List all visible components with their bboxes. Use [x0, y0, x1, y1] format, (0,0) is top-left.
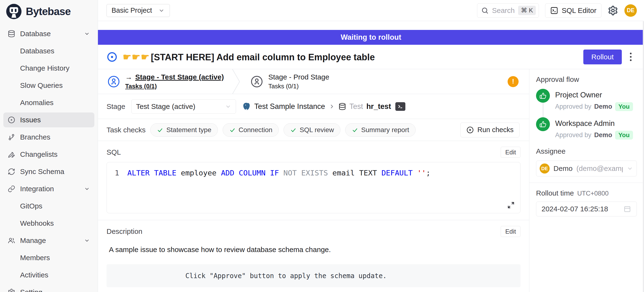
circle-dot-icon [8, 116, 20, 124]
approval-status-text: Approved by [555, 131, 592, 139]
assignee-avatar: DE [540, 164, 550, 174]
sidebar-item-issues[interactable]: Issues [3, 112, 94, 127]
sidebar-item-label: Integration [20, 185, 84, 193]
check-pill-connection[interactable]: Connection [223, 123, 279, 137]
terminal-icon [550, 7, 558, 15]
rollout-time-input[interactable]: 2024-02-07 16:25:18 [536, 202, 637, 216]
sidebar-item-label: Manage [20, 236, 84, 245]
rollout-timezone: UTC+0800 [577, 190, 608, 197]
check-icon [352, 127, 358, 133]
sql-token: ; [426, 168, 431, 178]
project-selector[interactable]: Basic Project [106, 4, 170, 17]
chevron-down-icon [225, 103, 232, 110]
run-checks-button[interactable]: Run checks [460, 122, 520, 137]
description-text: A sample issue to showcase how to review… [109, 246, 520, 254]
gear-icon [608, 5, 618, 16]
sql-editor-button[interactable]: SQL Editor [545, 3, 602, 18]
chevron-down-icon [84, 237, 90, 244]
sidebar-item-slow-queries[interactable]: Slow Queries [3, 78, 94, 93]
more-options-button[interactable] [627, 50, 634, 63]
terminal-icon [397, 103, 404, 110]
stage-picker-label: Stage [106, 102, 125, 111]
issue-title: ☛☛☛[START HERE] Add email column to Empl… [123, 51, 375, 62]
sidebar-item-label: Webhooks [20, 219, 90, 227]
sidebar-item-database[interactable]: Database [3, 26, 94, 41]
approval-flow-heading: Approval flow [536, 75, 637, 84]
stage-test[interactable]: → Stage - Test Stage (active) Tasks (0/1… [98, 69, 231, 94]
sidebar-item-sync-schema[interactable]: Sync Schema [3, 164, 94, 179]
sidebar-nav: Database Databases Change History Slow Q… [0, 23, 98, 292]
description-edit-button[interactable]: Edit [501, 226, 520, 237]
sidebar-item-setting[interactable]: Setting [3, 285, 94, 292]
sql-section: SQL Edit 1 ALTER TABLE employee ADD COLU… [98, 141, 529, 220]
users-icon [8, 237, 20, 244]
stage-picker-row: Stage Test Stage (active) Test Sample In… [98, 94, 529, 119]
stage-name[interactable]: Stage - Test Stage (active) [135, 73, 224, 81]
sql-editor-label: SQL Editor [562, 7, 596, 15]
attention-badge: ! [508, 76, 518, 87]
sidebar-item-branches[interactable]: Branches [3, 130, 94, 144]
approver-name: Demo [594, 131, 612, 139]
sidebar-item-change-history[interactable]: Change History [3, 61, 94, 76]
task-checks-row: Task checks Statement type Connection SQ… [98, 119, 529, 141]
gear-icon [8, 288, 20, 292]
stage-prod[interactable]: Stage - Prod Stage Tasks (0/1) [241, 69, 336, 94]
check-pill-sql-review[interactable]: SQL review [284, 123, 340, 137]
project-selector-value: Basic Project [112, 7, 152, 14]
sql-heading: SQL [106, 148, 121, 156]
topbar: Basic Project Search ⌘ K SQL Editor DE [98, 0, 644, 21]
stage-tasks[interactable]: Tasks (0/1) [125, 83, 224, 90]
current-stage-arrow: → [125, 73, 132, 81]
panel-divider [529, 183, 644, 183]
instance-name[interactable]: Test Sample Instance [254, 102, 325, 111]
sidebar-item-anomalies[interactable]: Anomalies [3, 95, 94, 110]
stage-select[interactable]: Test Stage (active) [132, 99, 236, 114]
assignee-select[interactable]: DE Demo (demo@example.com) [536, 161, 637, 176]
search-input[interactable]: Search ⌘ K [477, 3, 539, 18]
sidebar-item-members[interactable]: Members [3, 250, 94, 265]
sidebar-item-label: Members [20, 254, 90, 262]
sql-token: email TEXT [332, 168, 382, 178]
search-icon [481, 7, 489, 14]
check-pill-summary-report[interactable]: Summary report [345, 123, 416, 137]
settings-gear-button[interactable] [608, 5, 618, 16]
chevron-down-icon [84, 31, 90, 37]
open-in-sql-editor-button[interactable] [395, 102, 405, 111]
brand-name: Bytebase [26, 6, 71, 18]
app: Bytebase Database Databases Change Histo… [0, 0, 644, 292]
sidebar-item-label: Anomalies [20, 99, 90, 107]
approval-status-text: Approved by [555, 103, 592, 110]
sidebar-item-integration[interactable]: Integration [3, 181, 94, 196]
sidebar-item-label: Changelists [20, 150, 90, 159]
rollout-button[interactable]: Rollout [583, 50, 622, 64]
expand-icon[interactable] [507, 201, 515, 209]
sidebar-item-changelists[interactable]: Changelists [3, 147, 94, 162]
sidebar-item-gitops[interactable]: GitOps [3, 199, 94, 214]
user-avatar[interactable]: DE [624, 4, 637, 17]
main: Basic Project Search ⌘ K SQL Editor DE [98, 0, 644, 292]
sidebar: Bytebase Database Databases Change Histo… [0, 0, 98, 292]
sql-code-editor[interactable]: 1 ALTER TABLE employee ADD COLUMN IF NOT… [106, 162, 520, 213]
sql-token: ALTER TABLE [127, 168, 181, 178]
approver-name: Demo [594, 103, 612, 110]
sidebar-item-label: Branches [20, 133, 90, 141]
issue-side-panel: Approval flow Project Owner Approved by … [529, 69, 644, 292]
check-pill-statement-type[interactable]: Statement type [150, 123, 218, 137]
database-name[interactable]: hr_test [366, 102, 391, 111]
postgresql-icon [242, 102, 251, 111]
sql-token: '' [417, 168, 426, 178]
sql-token: NOT EXISTS [283, 168, 332, 178]
sidebar-item-webhooks[interactable]: Webhooks [3, 216, 94, 231]
brand-logo[interactable]: Bytebase [0, 0, 98, 23]
sidebar-item-manage[interactable]: Manage [3, 233, 94, 248]
sync-icon [8, 168, 20, 176]
scrollbar-track[interactable] [643, 21, 644, 292]
issue-title-text: [START HERE] Add email column to Employe… [151, 52, 375, 62]
sidebar-item-label: Issues [20, 116, 90, 124]
sql-edit-button[interactable]: Edit [501, 147, 520, 158]
description-code-block: Click "Approve" button to apply the sche… [106, 264, 520, 287]
rollout-time-heading: Rollout time [536, 189, 574, 197]
sidebar-item-activities[interactable]: Activities [3, 268, 94, 282]
approval-role: Workspace Admin [555, 119, 633, 128]
sidebar-item-databases[interactable]: Databases [3, 44, 94, 58]
